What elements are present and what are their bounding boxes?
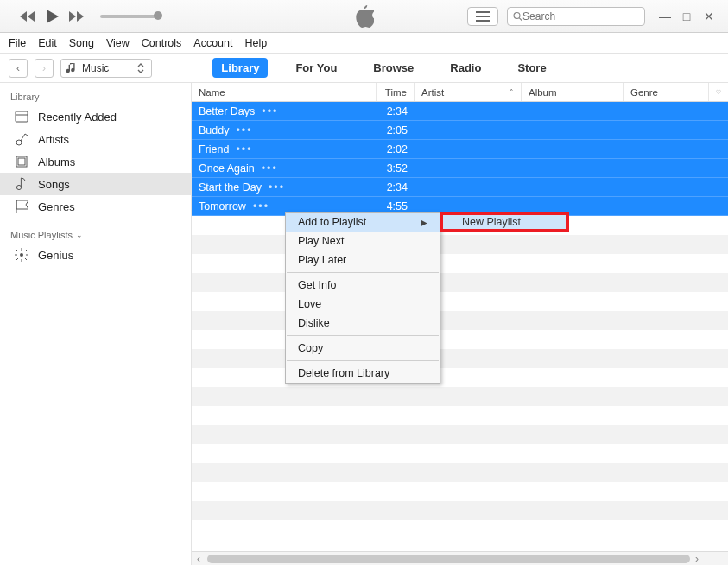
context-menu-item[interactable]: Copy	[286, 339, 440, 358]
context-menu-item[interactable]: Get Info	[286, 276, 440, 295]
table-row	[192, 254, 728, 273]
col-love[interactable]	[709, 83, 728, 101]
sidebar-item-genres[interactable]: Genres	[0, 195, 191, 218]
tab-store[interactable]: Store	[509, 58, 554, 78]
player-bar: — □ ✕	[0, 0, 728, 33]
forward-button[interactable]: ›	[35, 59, 54, 78]
more-icon[interactable]: •••	[262, 105, 278, 117]
section-tabs: Library For You Browse Radio Store	[212, 58, 554, 78]
volume-slider[interactable]	[100, 15, 161, 18]
song-name: Better Days	[199, 105, 255, 117]
list-view-button[interactable]	[467, 7, 498, 26]
menu-bar: File Edit Song View Controls Account Hel…	[0, 33, 728, 54]
sidebar-item-label: Albums	[38, 156, 75, 168]
more-icon[interactable]: •••	[236, 143, 252, 156]
table-row	[192, 425, 728, 444]
menu-account[interactable]: Account	[193, 37, 232, 49]
svg-point-9	[16, 185, 21, 189]
menu-controls[interactable]: Controls	[142, 37, 182, 49]
table-row	[192, 273, 728, 292]
source-selector[interactable]: Music	[60, 59, 152, 78]
scroll-thumb[interactable]	[207, 555, 690, 563]
svg-rect-8	[18, 158, 25, 165]
table-row	[192, 235, 728, 254]
prev-button[interactable]	[19, 8, 36, 25]
col-name[interactable]: Name	[192, 83, 377, 101]
menu-view[interactable]: View	[106, 37, 130, 49]
minimize-button[interactable]: —	[659, 10, 669, 23]
scroll-right-icon[interactable]: ›	[690, 553, 704, 565]
svg-line-19	[25, 250, 27, 251]
tab-for-you[interactable]: For You	[287, 58, 345, 78]
context-menu-item[interactable]: Dislike	[286, 314, 440, 333]
sidebar-item-recently-added[interactable]: Recently Added	[0, 105, 191, 128]
col-time[interactable]: Time	[377, 83, 415, 101]
table-row[interactable]: Start the Day •••2:34	[192, 178, 728, 197]
window-controls: — □ ✕	[659, 10, 714, 23]
sidebar-item-genius[interactable]: Genius	[0, 244, 191, 266]
more-icon[interactable]: •••	[269, 181, 285, 194]
col-album[interactable]: Album	[522, 83, 624, 101]
search-input[interactable]	[522, 10, 639, 22]
close-button[interactable]: ✕	[704, 10, 714, 23]
table-row[interactable]: Once Again •••3:52	[192, 159, 728, 178]
sidebar-item-songs[interactable]: Songs	[0, 173, 191, 195]
more-icon[interactable]: •••	[253, 200, 269, 213]
sidebar-item-artists[interactable]: Artists	[0, 128, 191, 150]
menu-edit[interactable]: Edit	[38, 37, 57, 49]
scroll-left-icon[interactable]: ‹	[192, 553, 206, 565]
table-row	[192, 311, 728, 330]
search-icon	[513, 11, 522, 22]
table-row	[192, 349, 728, 368]
submenu-new-playlist-highlight: New Playlist	[440, 212, 569, 232]
table-row	[192, 387, 728, 406]
next-button[interactable]	[67, 8, 85, 25]
sidebar-item-label: Songs	[38, 178, 70, 191]
play-button[interactable]	[43, 8, 60, 25]
table-row[interactable]: Buddy •••2:05	[192, 121, 728, 140]
context-menu-item[interactable]: Add to Playlist▶	[286, 213, 440, 232]
source-label: Music	[82, 62, 109, 74]
context-menu-separator	[287, 335, 439, 336]
more-icon[interactable]: •••	[262, 162, 278, 175]
horizontal-scrollbar[interactable]: ‹ ›	[192, 551, 728, 565]
sidebar-header-playlists[interactable]: Music Playlists ⌄	[0, 226, 191, 244]
context-menu-item[interactable]: Delete from Library	[286, 364, 440, 383]
artists-icon	[14, 132, 29, 146]
col-genre[interactable]: Genre	[624, 83, 709, 101]
col-artist[interactable]: Artist ˄	[415, 83, 522, 101]
sidebar-item-label: Recently Added	[38, 111, 117, 124]
svg-line-17	[16, 250, 18, 251]
context-menu-item[interactable]: Play Later	[286, 251, 440, 270]
albums-icon	[14, 155, 29, 168]
right-controls: — □ ✕	[467, 7, 718, 26]
tab-radio[interactable]: Radio	[441, 58, 490, 78]
table-row	[192, 406, 728, 425]
tab-browse[interactable]: Browse	[364, 58, 422, 78]
context-menu[interactable]: Add to Playlist▶Play NextPlay LaterGet I…	[285, 212, 440, 384]
more-icon[interactable]: •••	[236, 124, 252, 136]
svg-line-18	[25, 258, 27, 260]
search-box[interactable]	[507, 7, 645, 26]
table-row[interactable]: Friend •••2:02	[192, 140, 728, 159]
maximize-button[interactable]: □	[681, 10, 692, 23]
back-button[interactable]: ‹	[9, 59, 28, 78]
song-time: 2:34	[377, 105, 415, 117]
sidebar-item-label: Artists	[38, 133, 69, 146]
music-note-icon	[66, 62, 77, 74]
menu-help[interactable]: Help	[245, 37, 268, 49]
submenu-item-new-playlist[interactable]: New Playlist	[443, 215, 566, 229]
chevron-down-icon: ⌄	[76, 231, 83, 239]
song-time: 4:55	[377, 200, 415, 213]
sidebar-item-albums[interactable]: Albums	[0, 150, 191, 173]
menu-file[interactable]: File	[9, 37, 26, 49]
song-time: 3:52	[377, 162, 415, 175]
song-name: Buddy	[199, 124, 229, 136]
table-row[interactable]: Better Days •••2:34	[192, 102, 728, 121]
menu-song[interactable]: Song	[69, 37, 94, 49]
tab-library[interactable]: Library	[212, 58, 268, 78]
nav-row: ‹ › Music Library For You Browse Radio S…	[0, 54, 728, 83]
context-menu-item[interactable]: Love	[286, 295, 440, 314]
song-time: 2:02	[377, 143, 415, 156]
context-menu-item[interactable]: Play Next	[286, 232, 440, 251]
